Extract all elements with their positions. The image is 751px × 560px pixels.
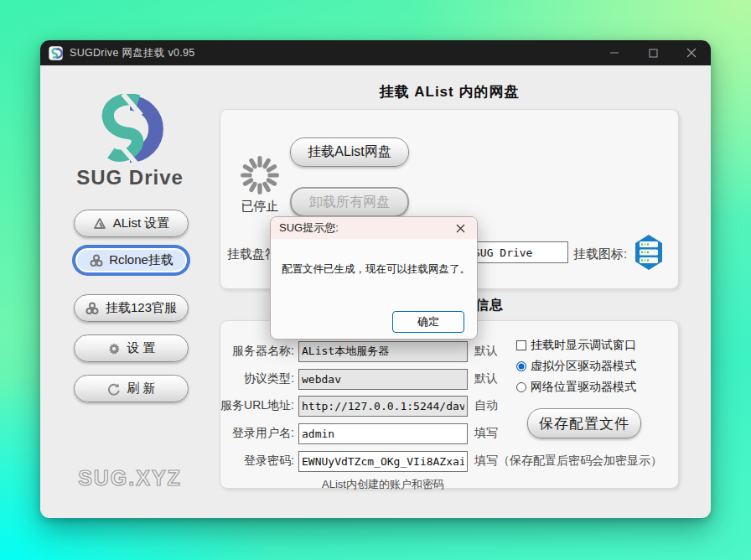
username-label: 登录用户名: xyxy=(220,426,294,441)
debug-window-label: 挂载时显示调试窗口 xyxy=(531,338,636,353)
virtual-drive-label: 虚拟分区驱动器模式 xyxy=(531,359,636,374)
page-title: 挂载 AList 内的网盘 xyxy=(220,82,679,101)
url-status: 自动 xyxy=(474,398,498,413)
sidebar-item-mount-123[interactable]: 挂载123官服 xyxy=(74,294,189,322)
spinner-icon xyxy=(239,154,281,196)
password-status: 填写（保存配置后密码会加密显示） xyxy=(474,454,662,469)
sidebar-item-refresh[interactable]: 刷 新 xyxy=(74,375,189,402)
username-input[interactable] xyxy=(298,423,468,444)
app-window: SUGDrive 网盘挂载 v0.95 SUG Drive AList 设置 xyxy=(40,40,711,518)
radio-selected-icon xyxy=(516,361,526,371)
url-label: 服务URL地址: xyxy=(220,398,294,413)
close-button[interactable] xyxy=(672,40,711,65)
dialog-title: SUG提示您: xyxy=(271,217,477,239)
username-status: 填写 xyxy=(474,426,498,441)
sidebar-item-label: 挂载123官服 xyxy=(106,300,177,316)
dialog-close-icon[interactable] xyxy=(448,217,472,239)
server-hexagon-icon[interactable] xyxy=(635,235,662,270)
protocol-label: 协议类型: xyxy=(220,371,294,386)
protocol-input[interactable] xyxy=(298,369,468,390)
mount-alist-button[interactable]: 挂载AList网盘 xyxy=(290,137,409,167)
server-name-input[interactable] xyxy=(298,341,468,362)
server-name-label: 服务器名称: xyxy=(220,344,294,359)
gear-icon xyxy=(106,341,121,355)
server-name-status: 默认 xyxy=(474,344,498,359)
password-input[interactable] xyxy=(298,451,468,472)
radio-icon xyxy=(516,382,526,392)
rclone-icon xyxy=(89,253,103,267)
maximize-button[interactable] xyxy=(634,40,672,65)
window-title: SUGDrive 网盘挂载 v0.95 xyxy=(70,46,194,60)
mount-icon-label: 挂载图标: xyxy=(573,246,627,262)
sidebar-item-label: AList 设置 xyxy=(113,215,170,231)
sidebar-item-label: 刷 新 xyxy=(127,381,155,397)
sidebar-item-label: Rclone挂载 xyxy=(109,252,174,268)
url-input[interactable] xyxy=(298,396,468,417)
network-drive-radio[interactable]: 网络位置驱动器模式 xyxy=(516,380,636,395)
mount-status: 已停止 xyxy=(225,199,294,215)
sidebar-item-settings[interactable]: 设 置 xyxy=(74,334,189,362)
network-drive-label: 网络位置驱动器模式 xyxy=(531,380,636,395)
dialog-ok-button[interactable]: 确定 xyxy=(392,311,464,333)
password-label: 登录密码: xyxy=(220,454,294,469)
rclone-icon xyxy=(85,301,100,315)
alist-icon xyxy=(93,216,107,231)
server-panel: 服务器名称: 默认 协议类型: 默认 服务URL地址: 自动 登录用户名: 填写… xyxy=(220,320,679,489)
save-config-button[interactable]: 保存配置文件 xyxy=(527,408,641,438)
sugdrive-logo xyxy=(92,94,168,164)
protocol-status: 默认 xyxy=(474,371,498,386)
unmount-all-button[interactable]: 卸载所有网盘 xyxy=(290,187,409,217)
checkbox-icon xyxy=(516,340,526,350)
footer-brand: SUG.XYZ xyxy=(54,466,205,490)
sidebar-item-rclone-mount[interactable]: Rclone挂载 xyxy=(74,246,189,274)
sidebar-item-alist-settings[interactable]: AList 设置 xyxy=(74,210,189,237)
drive-name-input[interactable] xyxy=(469,241,568,263)
brand-text: SUG Drive xyxy=(54,166,205,189)
account-hint: AList内创建的账户和密码 xyxy=(298,477,468,492)
app-logo-icon xyxy=(49,46,63,60)
sidebar-item-label: 设 置 xyxy=(127,340,155,356)
alert-dialog: SUG提示您: 配置文件已生成，现在可以挂载网盘了。 确定 xyxy=(270,216,478,340)
dialog-message: 配置文件已生成，现在可以挂载网盘了。 xyxy=(282,262,470,277)
virtual-drive-radio[interactable]: 虚拟分区驱动器模式 xyxy=(516,359,636,374)
titlebar: SUGDrive 网盘挂载 v0.95 xyxy=(40,40,711,65)
refresh-icon xyxy=(106,381,121,396)
minimize-button[interactable] xyxy=(595,40,634,65)
debug-window-checkbox[interactable]: 挂载时显示调试窗口 xyxy=(516,338,636,353)
